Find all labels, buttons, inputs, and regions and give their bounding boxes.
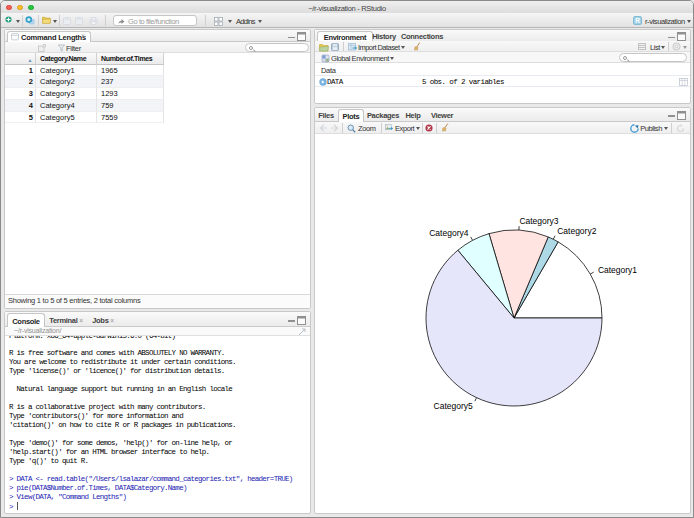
svg-text:Category1: Category1	[598, 265, 637, 275]
svg-text:Category3: Category3	[519, 216, 558, 226]
svg-text:Category4: Category4	[429, 228, 468, 238]
svg-text:R: R	[635, 17, 640, 24]
svg-text:Category5: Category5	[434, 401, 473, 411]
svg-text:Category2: Category2	[557, 226, 596, 236]
